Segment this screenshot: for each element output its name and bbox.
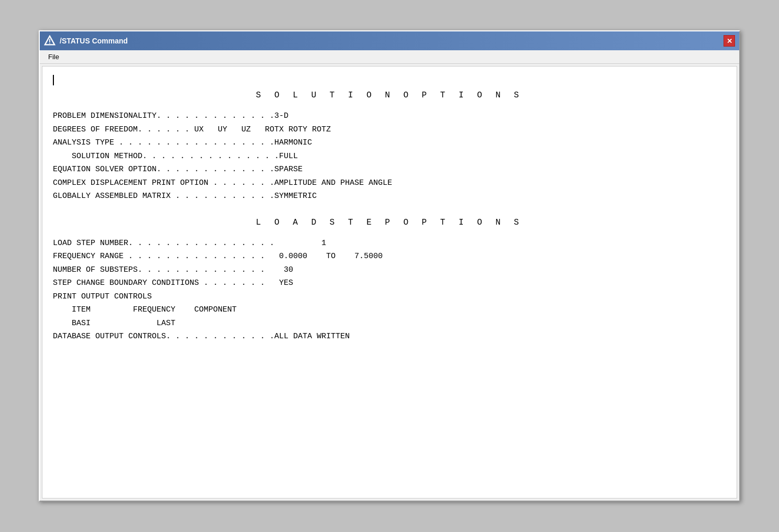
load-step-options-content: LOAD STEP NUMBER. . . . . . . . . . . . … (53, 237, 726, 343)
ansys-logo-icon (44, 35, 55, 47)
cursor (53, 75, 54, 85)
solution-options-title: S O L U T I O N O P T I O N S (53, 91, 726, 100)
title-bar: /STATUS Command ✕ (40, 31, 739, 50)
load-step-options-title: L O A D S T E P O P T I O N S (53, 218, 726, 227)
svg-point-2 (49, 43, 50, 44)
solution-options-content: PROBLEM DIMENSIONALITY. . . . . . . . . … (53, 109, 726, 203)
content-area: S O L U T I O N O P T I O N S PROBLEM DI… (42, 66, 737, 498)
title-bar-left: /STATUS Command (44, 35, 128, 47)
close-button[interactable]: ✕ (724, 35, 735, 47)
window-title: /STATUS Command (60, 37, 128, 45)
file-menu[interactable]: File (44, 52, 63, 62)
main-window: /STATUS Command ✕ File S O L U T I O N O… (39, 30, 740, 502)
menu-bar: File (40, 50, 739, 64)
